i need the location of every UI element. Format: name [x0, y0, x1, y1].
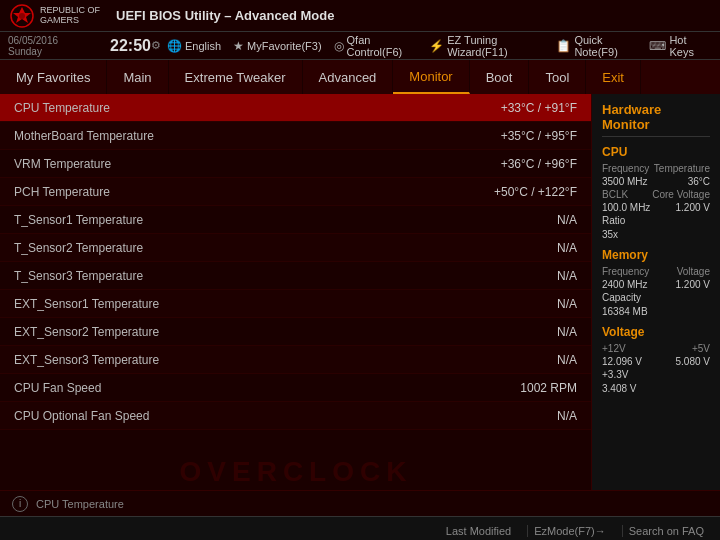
- myfavorite-toolbar-item[interactable]: ★ MyFavorite(F3): [233, 39, 322, 53]
- hw-cpu-freq-row: Frequency Temperature: [602, 163, 710, 174]
- hw-mem-freq-row: Frequency Voltage: [602, 266, 710, 277]
- toolbar: 06/05/2016 Sunday 22:50 ⚙ 🌐 English ★ My…: [0, 32, 720, 60]
- datetime-display: 06/05/2016 Sunday: [8, 35, 98, 57]
- date-display: 06/05/2016 Sunday: [8, 35, 98, 57]
- ez-mode-button[interactable]: EzMode(F7)→: [527, 525, 612, 537]
- logo-area: REPUBLIC OF GAMERS: [10, 4, 100, 28]
- nav-main[interactable]: Main: [107, 60, 168, 94]
- sensor-name-0: CPU Temperature: [14, 101, 477, 115]
- hw-voltage-section: Voltage: [602, 325, 710, 339]
- hw-v33-val: 3.408 V: [602, 383, 710, 394]
- sensor-row-4[interactable]: T_Sensor1 TemperatureN/A: [0, 206, 591, 234]
- hw-cpu-bclk-val-row: 100.0 MHz 1.200 V: [602, 202, 710, 213]
- sensor-row-0[interactable]: CPU Temperature+33°C / +91°F: [0, 94, 591, 122]
- nav-tool[interactable]: Tool: [529, 60, 586, 94]
- logo-text: REPUBLIC OF GAMERS: [40, 6, 100, 26]
- nav-extreme-tweaker[interactable]: Extreme Tweaker: [169, 60, 303, 94]
- sensor-row-6[interactable]: T_Sensor3 TemperatureN/A: [0, 262, 591, 290]
- sensor-name-3: PCH Temperature: [14, 185, 477, 199]
- hotkeys-icon: ⌨: [649, 39, 666, 53]
- sensor-row-5[interactable]: T_Sensor2 TemperatureN/A: [0, 234, 591, 262]
- sensor-value-2: +36°C / +96°F: [477, 157, 577, 171]
- sensor-row-9[interactable]: EXT_Sensor3 TemperatureN/A: [0, 346, 591, 374]
- hw-v33-label: +3.3V: [602, 369, 710, 380]
- sensor-row-10[interactable]: CPU Fan Speed1002 RPM: [0, 374, 591, 402]
- wizard-icon: ⚡: [429, 39, 444, 53]
- bios-title: UEFI BIOS Utility – Advanced Mode: [116, 8, 710, 23]
- sensor-name-2: VRM Temperature: [14, 157, 477, 171]
- sensor-value-1: +35°C / +95°F: [477, 129, 577, 143]
- sensor-name-6: T_Sensor3 Temperature: [14, 269, 477, 283]
- nav-bar: My Favorites Main Extreme Tweaker Advanc…: [0, 60, 720, 94]
- sensor-value-6: N/A: [477, 269, 577, 283]
- last-modified-label: Last Modified: [440, 525, 517, 537]
- hw-cpu-ratio-val: 35x: [602, 229, 710, 240]
- hw-cpu-freq-val-row: 3500 MHz 36°C: [602, 176, 710, 187]
- favorite-icon: ★: [233, 39, 244, 53]
- time-display: 22:50: [110, 37, 151, 55]
- sensor-name-10: CPU Fan Speed: [14, 381, 477, 395]
- sensor-name-1: MotherBoard Temperature: [14, 129, 477, 143]
- fan-icon: ◎: [334, 39, 344, 53]
- sensor-name-7: EXT_Sensor1 Temperature: [14, 297, 477, 311]
- hw-mem-capacity-val: 16384 MB: [602, 306, 710, 317]
- sensor-value-3: +50°C / +122°F: [477, 185, 577, 199]
- sensor-value-5: N/A: [477, 241, 577, 255]
- sensor-row-11[interactable]: CPU Optional Fan SpeedN/A: [0, 402, 591, 430]
- sensor-row-7[interactable]: EXT_Sensor1 TemperatureN/A: [0, 290, 591, 318]
- sensor-name-9: EXT_Sensor3 Temperature: [14, 353, 477, 367]
- hw-monitor-title: Hardware Monitor: [602, 102, 710, 137]
- main-content: CPU Temperature+33°C / +91°FMotherBoard …: [0, 94, 720, 490]
- rog-logo-icon: [10, 4, 34, 28]
- sensor-value-11: N/A: [477, 409, 577, 423]
- nav-boot[interactable]: Boot: [470, 60, 530, 94]
- svg-point-2: [19, 13, 25, 19]
- sensor-row-2[interactable]: VRM Temperature+36°C / +96°F: [0, 150, 591, 178]
- hw-cpu-ratio-label: Ratio: [602, 215, 710, 226]
- sensor-row-3[interactable]: PCH Temperature+50°C / +122°F: [0, 178, 591, 206]
- hw-v12-val-row: 12.096 V 5.080 V: [602, 356, 710, 367]
- hotkeys-toolbar-item[interactable]: ⌨ Hot Keys: [649, 34, 706, 58]
- sensor-row-1[interactable]: MotherBoard Temperature+35°C / +95°F: [0, 122, 591, 150]
- hw-cpu-bclk-row: BCLK Core Voltage: [602, 189, 710, 200]
- sensor-value-4: N/A: [477, 213, 577, 227]
- language-icon: 🌐: [167, 39, 182, 53]
- hw-mem-capacity-label: Capacity: [602, 292, 710, 303]
- info-bar: i CPU Temperature: [0, 490, 720, 516]
- sensor-row-8[interactable]: EXT_Sensor2 TemperatureN/A: [0, 318, 591, 346]
- english-toolbar-item[interactable]: 🌐 English: [167, 39, 221, 53]
- sensor-value-10: 1002 RPM: [477, 381, 577, 395]
- sensor-name-8: EXT_Sensor2 Temperature: [14, 325, 477, 339]
- ez-tuning-toolbar-item[interactable]: ⚡ EZ Tuning Wizard(F11): [429, 34, 544, 58]
- top-bar: REPUBLIC OF GAMERS UEFI BIOS Utility – A…: [0, 0, 720, 32]
- sensor-value-8: N/A: [477, 325, 577, 339]
- nav-exit[interactable]: Exit: [586, 60, 641, 94]
- note-icon: 📋: [556, 39, 571, 53]
- info-text: CPU Temperature: [36, 498, 124, 510]
- sensor-panel: CPU Temperature+33°C / +91°FMotherBoard …: [0, 94, 592, 490]
- hw-monitor-panel: Hardware Monitor CPU Frequency Temperatu…: [592, 94, 720, 490]
- hw-v12-row: +12V +5V: [602, 343, 710, 354]
- sensor-scroll-area[interactable]: CPU Temperature+33°C / +91°FMotherBoard …: [0, 94, 591, 490]
- status-bar: Last Modified EzMode(F7)→ Search on FAQ: [0, 516, 720, 540]
- sensor-value-9: N/A: [477, 353, 577, 367]
- nav-advanced[interactable]: Advanced: [303, 60, 394, 94]
- sensor-name-11: CPU Optional Fan Speed: [14, 409, 477, 423]
- sensor-name-4: T_Sensor1 Temperature: [14, 213, 477, 227]
- time-settings-icon[interactable]: ⚙: [151, 39, 161, 52]
- sensor-value-0: +33°C / +91°F: [477, 101, 577, 115]
- hw-memory-section: Memory: [602, 248, 710, 262]
- hw-cpu-section: CPU: [602, 145, 710, 159]
- search-faq-button[interactable]: Search on FAQ: [622, 525, 710, 537]
- hw-mem-freq-val-row: 2400 MHz 1.200 V: [602, 279, 710, 290]
- quicknote-toolbar-item[interactable]: 📋 Quick Note(F9): [556, 34, 637, 58]
- sensor-name-5: T_Sensor2 Temperature: [14, 241, 477, 255]
- info-icon: i: [12, 496, 28, 512]
- nav-monitor[interactable]: Monitor: [393, 60, 469, 94]
- nav-my-favorites[interactable]: My Favorites: [0, 60, 107, 94]
- qfan-toolbar-item[interactable]: ◎ Qfan Control(F6): [334, 34, 418, 58]
- sensor-value-7: N/A: [477, 297, 577, 311]
